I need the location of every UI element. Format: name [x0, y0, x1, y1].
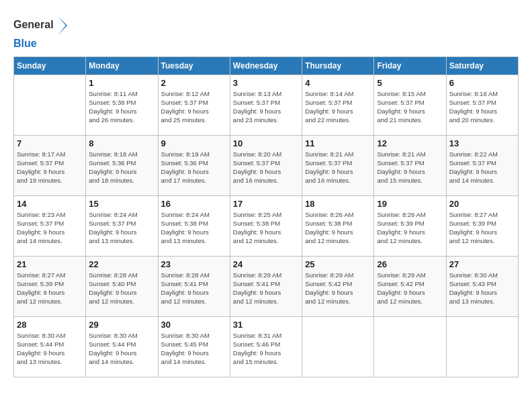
day-number: 22: [89, 259, 154, 269]
calendar-cell: 1Sunrise: 8:11 AM Sunset: 5:38 PM Daylig…: [86, 75, 158, 135]
day-number: 6: [449, 78, 515, 88]
day-number: 1: [89, 78, 154, 88]
day-info: Sunrise: 8:29 AM Sunset: 5:42 PM Dayligh…: [305, 271, 371, 306]
day-number: 5: [377, 78, 443, 88]
week-row-3: 14Sunrise: 8:23 AM Sunset: 5:37 PM Dayli…: [14, 195, 519, 256]
day-info: Sunrise: 8:21 AM Sunset: 5:37 PM Dayligh…: [305, 150, 371, 185]
day-number: 26: [377, 259, 443, 269]
day-info: Sunrise: 8:27 AM Sunset: 5:39 PM Dayligh…: [17, 271, 83, 306]
day-number: 21: [17, 259, 83, 269]
day-info: Sunrise: 8:17 AM Sunset: 5:37 PM Dayligh…: [17, 150, 83, 185]
calendar-table: SundayMondayTuesdayWednesdayThursdayFrid…: [13, 56, 519, 377]
logo-wordmark: General Blue: [13, 13, 70, 50]
calendar-cell: [374, 316, 446, 377]
calendar-cell: 17Sunrise: 8:25 AM Sunset: 5:38 PM Dayli…: [230, 195, 302, 256]
day-number: 8: [89, 138, 154, 148]
calendar-cell: [14, 75, 86, 135]
day-info: Sunrise: 8:24 AM Sunset: 5:37 PM Dayligh…: [89, 210, 154, 246]
day-info: Sunrise: 8:28 AM Sunset: 5:40 PM Dayligh…: [89, 271, 154, 306]
weekday-header-wednesday: Wednesday: [230, 56, 302, 75]
day-number: 10: [233, 138, 299, 148]
day-info: Sunrise: 8:13 AM Sunset: 5:37 PM Dayligh…: [233, 89, 299, 125]
header: General Blue: [13, 13, 519, 50]
day-info: Sunrise: 8:14 AM Sunset: 5:37 PM Dayligh…: [305, 89, 371, 125]
day-info: Sunrise: 8:21 AM Sunset: 5:37 PM Dayligh…: [377, 150, 443, 185]
day-number: 7: [17, 138, 83, 148]
day-number: 14: [17, 199, 83, 209]
calendar-cell: 11Sunrise: 8:21 AM Sunset: 5:37 PM Dayli…: [302, 135, 374, 195]
calendar-cell: 14Sunrise: 8:23 AM Sunset: 5:37 PM Dayli…: [14, 195, 86, 256]
day-info: Sunrise: 8:26 AM Sunset: 5:38 PM Dayligh…: [305, 210, 371, 246]
calendar-cell: 4Sunrise: 8:14 AM Sunset: 5:37 PM Daylig…: [302, 75, 374, 135]
weekday-row: SundayMondayTuesdayWednesdayThursdayFrid…: [14, 56, 519, 75]
day-info: Sunrise: 8:26 AM Sunset: 5:39 PM Dayligh…: [377, 210, 443, 246]
calendar-cell: 12Sunrise: 8:21 AM Sunset: 5:37 PM Dayli…: [374, 135, 446, 195]
day-info: Sunrise: 8:30 AM Sunset: 5:43 PM Dayligh…: [449, 271, 515, 306]
calendar-cell: 27Sunrise: 8:30 AM Sunset: 5:43 PM Dayli…: [446, 256, 518, 316]
day-number: 12: [377, 138, 443, 148]
calendar-cell: 28Sunrise: 8:30 AM Sunset: 5:44 PM Dayli…: [14, 316, 86, 377]
day-info: Sunrise: 8:25 AM Sunset: 5:38 PM Dayligh…: [233, 210, 299, 246]
day-info: Sunrise: 8:20 AM Sunset: 5:37 PM Dayligh…: [233, 150, 299, 185]
calendar-cell: 15Sunrise: 8:24 AM Sunset: 5:37 PM Dayli…: [86, 195, 158, 256]
day-info: Sunrise: 8:23 AM Sunset: 5:37 PM Dayligh…: [17, 210, 83, 246]
day-number: 15: [89, 199, 154, 209]
week-row-4: 21Sunrise: 8:27 AM Sunset: 5:39 PM Dayli…: [14, 256, 519, 316]
calendar-cell: 10Sunrise: 8:20 AM Sunset: 5:37 PM Dayli…: [230, 135, 302, 195]
calendar-cell: 19Sunrise: 8:26 AM Sunset: 5:39 PM Dayli…: [374, 195, 446, 256]
calendar-cell: 24Sunrise: 8:29 AM Sunset: 5:41 PM Dayli…: [230, 256, 302, 316]
week-row-5: 28Sunrise: 8:30 AM Sunset: 5:44 PM Dayli…: [14, 316, 519, 377]
day-number: 29: [89, 320, 154, 330]
day-number: 27: [449, 259, 515, 269]
day-info: Sunrise: 8:30 AM Sunset: 5:45 PM Dayligh…: [161, 331, 227, 367]
weekday-header-thursday: Thursday: [302, 56, 374, 75]
day-info: Sunrise: 8:19 AM Sunset: 5:36 PM Dayligh…: [161, 150, 227, 185]
day-number: 19: [377, 199, 443, 209]
weekday-header-tuesday: Tuesday: [158, 56, 230, 75]
day-info: Sunrise: 8:27 AM Sunset: 5:39 PM Dayligh…: [449, 210, 515, 246]
day-info: Sunrise: 8:31 AM Sunset: 5:46 PM Dayligh…: [233, 331, 299, 367]
calendar-cell: 7Sunrise: 8:17 AM Sunset: 5:37 PM Daylig…: [14, 135, 86, 195]
calendar-header: SundayMondayTuesdayWednesdayThursdayFrid…: [14, 56, 519, 75]
calendar-cell: 22Sunrise: 8:28 AM Sunset: 5:40 PM Dayli…: [86, 256, 158, 316]
day-number: 9: [161, 138, 227, 148]
calendar-cell: 16Sunrise: 8:24 AM Sunset: 5:38 PM Dayli…: [158, 195, 230, 256]
day-number: 30: [161, 320, 227, 330]
weekday-header-monday: Monday: [86, 56, 158, 75]
calendar-cell: 23Sunrise: 8:28 AM Sunset: 5:41 PM Dayli…: [158, 256, 230, 316]
calendar-cell: 8Sunrise: 8:18 AM Sunset: 5:36 PM Daylig…: [86, 135, 158, 195]
week-row-2: 7Sunrise: 8:17 AM Sunset: 5:37 PM Daylig…: [14, 135, 519, 195]
logo-arrow-icon: [58, 13, 70, 38]
day-number: 17: [233, 199, 299, 209]
calendar-cell: 26Sunrise: 8:29 AM Sunset: 5:42 PM Dayli…: [374, 256, 446, 316]
day-number: 23: [161, 259, 227, 269]
calendar-cell: 31Sunrise: 8:31 AM Sunset: 5:46 PM Dayli…: [230, 316, 302, 377]
day-info: Sunrise: 8:22 AM Sunset: 5:37 PM Dayligh…: [449, 150, 515, 185]
day-info: Sunrise: 8:16 AM Sunset: 5:37 PM Dayligh…: [449, 89, 515, 125]
day-info: Sunrise: 8:15 AM Sunset: 5:37 PM Dayligh…: [377, 89, 443, 125]
day-info: Sunrise: 8:11 AM Sunset: 5:38 PM Dayligh…: [89, 89, 154, 125]
week-row-1: 1Sunrise: 8:11 AM Sunset: 5:38 PM Daylig…: [14, 75, 519, 135]
calendar-body: 1Sunrise: 8:11 AM Sunset: 5:38 PM Daylig…: [14, 75, 519, 377]
calendar-cell: 18Sunrise: 8:26 AM Sunset: 5:38 PM Dayli…: [302, 195, 374, 256]
calendar-cell: 25Sunrise: 8:29 AM Sunset: 5:42 PM Dayli…: [302, 256, 374, 316]
calendar-cell: 6Sunrise: 8:16 AM Sunset: 5:37 PM Daylig…: [446, 75, 518, 135]
day-number: 25: [305, 259, 371, 269]
calendar-cell: [446, 316, 518, 377]
day-info: Sunrise: 8:29 AM Sunset: 5:41 PM Dayligh…: [233, 271, 299, 306]
day-info: Sunrise: 8:30 AM Sunset: 5:44 PM Dayligh…: [89, 331, 154, 367]
day-number: 13: [449, 138, 515, 148]
day-number: 16: [161, 199, 227, 209]
day-number: 4: [305, 78, 371, 88]
logo-blue: Blue: [13, 38, 37, 49]
calendar-cell: 20Sunrise: 8:27 AM Sunset: 5:39 PM Dayli…: [446, 195, 518, 256]
calendar-cell: 2Sunrise: 8:12 AM Sunset: 5:37 PM Daylig…: [158, 75, 230, 135]
svg-marker-0: [58, 16, 67, 35]
day-info: Sunrise: 8:30 AM Sunset: 5:44 PM Dayligh…: [17, 331, 83, 367]
day-number: 11: [305, 138, 371, 148]
day-number: 31: [233, 320, 299, 330]
logo: General Blue: [13, 13, 70, 50]
weekday-header-saturday: Saturday: [446, 56, 518, 75]
day-number: 28: [17, 320, 83, 330]
day-number: 24: [233, 259, 299, 269]
